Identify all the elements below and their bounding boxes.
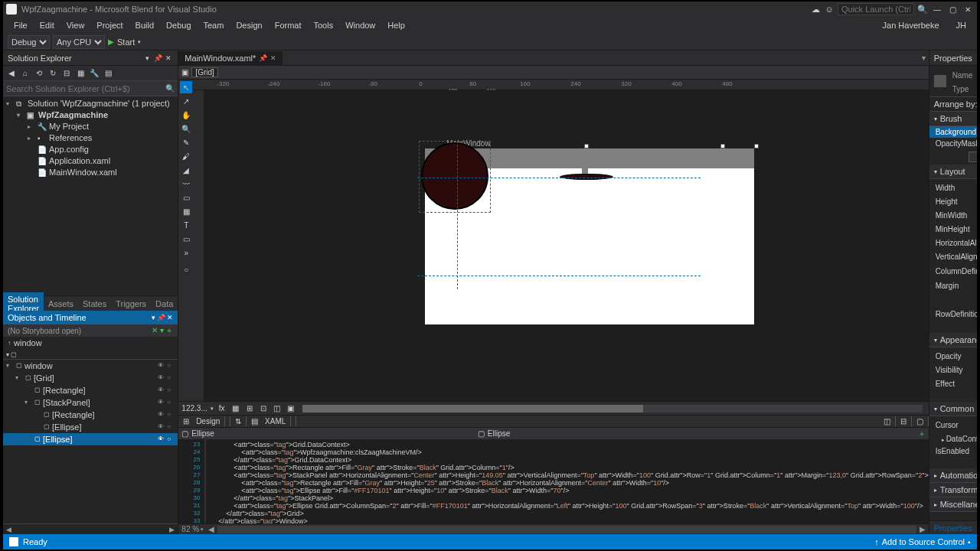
- minimize-button[interactable]: —: [931, 3, 943, 15]
- horizontal-scrollbar[interactable]: [217, 526, 916, 533]
- object-tree-item[interactable]: ▾▢[StackPanel]👁○: [3, 396, 178, 409]
- start-button[interactable]: Start: [117, 37, 135, 47]
- menu-debug[interactable]: Debug: [160, 18, 197, 32]
- menu-file[interactable]: File: [8, 18, 34, 32]
- lock-icon[interactable]: ○: [167, 434, 175, 445]
- split-h-icon[interactable]: ◫: [879, 416, 896, 426]
- xaml-editor[interactable]: 23242526272829303132333435 <attr">class=…: [178, 439, 928, 523]
- horizontal-scrollbar[interactable]: [302, 405, 923, 412]
- tab-pin-icon[interactable]: 📌: [259, 54, 267, 62]
- window-preview[interactable]: MainWindow: [425, 148, 754, 324]
- object-tree-item[interactable]: ▾▢[Grid]👁○: [3, 372, 178, 384]
- tab-assets[interactable]: Assets: [44, 297, 78, 311]
- add-icon[interactable]: ＋: [918, 429, 926, 439]
- pointer-tool-icon[interactable]: ↖: [180, 81, 192, 93]
- object-tree-item[interactable]: ▾▢window👁○: [3, 360, 178, 372]
- breadcrumb-item[interactable]: [Grid]: [191, 67, 217, 77]
- visibility-icon[interactable]: 👁: [158, 397, 165, 408]
- chevron-down-icon[interactable]: ▾: [211, 406, 214, 412]
- feedback-icon[interactable]: ☺: [824, 4, 835, 15]
- sol-showall-icon[interactable]: ▦: [75, 68, 86, 79]
- expand-common-icon[interactable]: ⌄: [933, 457, 977, 467]
- category-automation[interactable]: ▸Automation: [929, 468, 977, 483]
- tree-item[interactable]: 📄Application.xaml: [3, 155, 178, 167]
- platform-select[interactable]: Any CPU: [53, 35, 105, 49]
- category-layout[interactable]: ▾Layout: [929, 165, 977, 179]
- lock-icon[interactable]: ○: [167, 385, 175, 396]
- tab-data[interactable]: Data: [151, 297, 178, 311]
- maximize-button[interactable]: ▢: [946, 3, 959, 15]
- tab-triggers[interactable]: Triggers: [111, 297, 151, 311]
- layout-tool-icon[interactable]: ▦: [180, 205, 192, 217]
- paint-tool-icon[interactable]: 🖌: [180, 150, 192, 162]
- user-badge[interactable]: JH: [950, 18, 972, 32]
- start-dropdown-icon[interactable]: ▾: [138, 39, 141, 45]
- visibility-icon[interactable]: 👁: [158, 385, 165, 396]
- menu-view[interactable]: View: [60, 18, 91, 32]
- collapse-icon[interactable]: ▢: [912, 416, 929, 426]
- add-source-control[interactable]: Add to Source Control: [882, 537, 965, 546]
- fx-icon[interactable]: fx: [217, 403, 227, 414]
- menu-format[interactable]: Format: [269, 18, 308, 32]
- prop-background[interactable]: Background No brush ■: [929, 126, 977, 138]
- panel-close-icon[interactable]: ✕: [164, 54, 173, 63]
- zoom-level[interactable]: 82 %: [181, 525, 199, 533]
- sol-properties-icon[interactable]: 🔧: [89, 68, 100, 79]
- split-v-icon[interactable]: ⊟: [896, 416, 912, 426]
- panel-pin-icon[interactable]: 📌: [153, 54, 162, 63]
- menu-project[interactable]: Project: [90, 18, 129, 32]
- config-select[interactable]: Debug: [8, 35, 50, 49]
- panel-pin-icon[interactable]: 📌: [157, 314, 165, 321]
- gradient-tool-icon[interactable]: ◢: [180, 164, 192, 176]
- lock-icon[interactable]: ○: [167, 397, 175, 408]
- tree-item[interactable]: ▾▣WpfZaagmachine: [3, 109, 178, 121]
- grid-icon[interactable]: ▦: [230, 403, 241, 414]
- xaml-bc-left[interactable]: Ellipse: [188, 429, 217, 438]
- snap3-icon[interactable]: ◫: [272, 403, 283, 414]
- panel-close-icon[interactable]: ✕: [167, 314, 173, 321]
- up-icon[interactable]: ↑: [8, 340, 11, 347]
- sol-collapse-icon[interactable]: ⊟: [61, 68, 72, 79]
- visibility-icon[interactable]: 👁: [158, 422, 165, 432]
- object-tree-item[interactable]: ▢[Ellipse]👁○: [3, 421, 178, 433]
- category-misc[interactable]: ▸Miscellaneous: [929, 497, 977, 512]
- visibility-icon[interactable]: 👁: [158, 434, 165, 445]
- solution-search-input[interactable]: [6, 84, 165, 93]
- search-icon[interactable]: 🔍: [917, 4, 928, 15]
- play-icon[interactable]: ▶: [108, 37, 114, 46]
- close-button[interactable]: ✕: [962, 3, 974, 15]
- tree-item[interactable]: ▸▪References: [3, 132, 178, 144]
- preview-stackpanel-rect[interactable]: [582, 161, 588, 174]
- asset-tool-icon[interactable]: »: [180, 246, 192, 259]
- search-icon[interactable]: 🔍: [165, 84, 175, 93]
- hscroll-left-icon[interactable]: ◀: [208, 525, 214, 533]
- menu-edit[interactable]: Edit: [34, 18, 60, 32]
- tabs-overflow-icon[interactable]: ▾: [919, 54, 929, 62]
- lock-icon[interactable]: ○: [167, 409, 175, 420]
- tab-properties[interactable]: Properties: [929, 522, 977, 534]
- doc-tab-mainwindow[interactable]: MainWindow.xaml* 📌 ✕: [178, 51, 283, 65]
- source-control-icon[interactable]: ↑: [874, 537, 879, 546]
- rect-tool-icon[interactable]: ▭: [180, 191, 192, 204]
- lock-icon[interactable]: ○: [167, 422, 175, 432]
- preview-stackpanel-ellipse[interactable]: [560, 174, 613, 180]
- user-name[interactable]: Jan Haverbeke: [877, 18, 946, 32]
- category-common[interactable]: ▾Common: [929, 402, 977, 416]
- brush-tool-icon[interactable]: 〰: [180, 178, 192, 190]
- storyboard-add-icon[interactable]: ✕ ▾ ＋: [152, 325, 174, 336]
- panel-dropdown-icon[interactable]: ▾: [152, 314, 155, 321]
- object-tree-item[interactable]: ▢[Rectangle]👁○: [3, 384, 178, 396]
- snap2-icon[interactable]: ⊡: [258, 403, 269, 414]
- tree-item[interactable]: 📄App.config: [3, 144, 178, 155]
- chevron-left-icon[interactable]: ◀: [6, 526, 11, 533]
- object-tree-item[interactable]: ▢[Ellipse]👁○: [3, 433, 178, 445]
- category-appearance[interactable]: ▾Appearance: [929, 333, 977, 347]
- menu-design[interactable]: Design: [230, 18, 268, 32]
- sol-home-icon[interactable]: ⌂: [20, 68, 31, 79]
- sol-refresh-icon[interactable]: ↻: [47, 68, 58, 79]
- category-brush[interactable]: ▾Brush: [929, 112, 977, 126]
- tab-states[interactable]: States: [78, 297, 111, 311]
- lock-icon[interactable]: ○: [167, 373, 175, 383]
- direct-select-tool-icon[interactable]: ↗: [180, 95, 192, 107]
- selection-icon[interactable]: ▣: [181, 68, 188, 77]
